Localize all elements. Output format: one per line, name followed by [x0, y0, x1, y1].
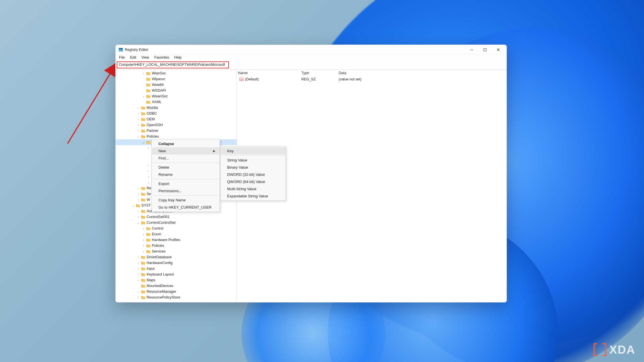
expand-chevron-icon[interactable]	[147, 164, 151, 167]
folder-icon	[146, 244, 151, 248]
tree-item[interactable]: Keyboard Layout	[116, 272, 237, 277]
expand-chevron-icon[interactable]	[141, 141, 145, 144]
sub-multi-string[interactable]: Multi-String Value	[221, 185, 285, 192]
expand-chevron-icon[interactable]	[136, 273, 140, 276]
expand-chevron-icon[interactable]	[136, 267, 140, 270]
title-bar[interactable]: Registry Editor	[116, 45, 507, 55]
sub-key[interactable]: Key	[221, 147, 285, 155]
string-value-icon: ab	[239, 77, 244, 82]
expand-chevron-icon[interactable]	[141, 95, 145, 98]
expand-chevron-icon[interactable]	[147, 147, 151, 150]
menu-favorites[interactable]: Favorites	[152, 55, 171, 61]
tree-item-label: Policies	[152, 244, 164, 248]
expand-chevron-icon[interactable]	[141, 244, 145, 247]
tree-item[interactable]: WwanSvc	[116, 93, 237, 99]
expand-chevron-icon[interactable]	[136, 192, 140, 196]
tree-item[interactable]: Wlpasvc	[116, 76, 237, 82]
expand-chevron-icon[interactable]	[141, 250, 145, 253]
expand-chevron-icon[interactable]	[136, 135, 140, 138]
tree-item[interactable]: XAML	[116, 99, 237, 105]
value-data: (value not set)	[338, 77, 507, 81]
sub-dword[interactable]: DWORD (32-bit) Value	[221, 171, 285, 178]
sub-expandable-string[interactable]: Expandable String Value	[221, 192, 285, 200]
menu-help[interactable]: Help	[172, 55, 184, 61]
tree-item[interactable]: Enum	[116, 231, 237, 237]
ctx-goto-hkcu[interactable]: Go to HKEY_CURRENT_USER	[152, 204, 219, 211]
tree-item[interactable]: DriverDatabase	[116, 254, 237, 260]
tree-item[interactable]: Partner	[116, 128, 237, 134]
expand-chevron-icon[interactable]	[136, 261, 140, 265]
tree-item-label: ODBC	[147, 111, 157, 115]
ctx-rename[interactable]: Rename	[152, 171, 219, 178]
expand-chevron-icon[interactable]	[141, 72, 145, 75]
address-bar[interactable]: Computer\HKEY_LOCAL_MACHINE\SOFTWARE\Pol…	[117, 61, 229, 68]
expand-chevron-icon[interactable]	[136, 290, 140, 293]
expand-chevron-icon[interactable]	[141, 238, 145, 242]
ctx-export[interactable]: Export	[152, 180, 219, 187]
expand-chevron-icon[interactable]	[136, 112, 140, 115]
ctx-delete[interactable]: Delete	[152, 164, 219, 171]
tree-item[interactable]: OpenSSH	[116, 122, 237, 128]
expand-chevron-icon[interactable]	[147, 175, 151, 178]
tree-item[interactable]: HardwareConfig	[116, 260, 237, 266]
tree-item-label: WSDAPI	[152, 88, 166, 93]
ctx-find[interactable]: Find...	[152, 155, 219, 162]
expand-chevron-icon[interactable]	[147, 170, 151, 173]
expand-chevron-icon[interactable]	[136, 210, 140, 213]
menu-view[interactable]: View	[139, 55, 152, 61]
sub-qword[interactable]: QWORD (64-bit) Value	[221, 178, 285, 185]
col-type[interactable]: Type	[300, 71, 338, 75]
tree-item[interactable]: Maps	[116, 277, 237, 283]
folder-icon	[141, 221, 145, 225]
expand-chevron-icon[interactable]	[131, 204, 135, 207]
maximize-button[interactable]	[478, 45, 492, 54]
tree-item[interactable]: Policies	[116, 243, 237, 249]
tree-item-label: Wow64	[152, 83, 164, 87]
tree-item[interactable]: ResourcePolicyStore	[116, 294, 237, 300]
expand-chevron-icon[interactable]	[136, 221, 140, 224]
expand-chevron-icon[interactable]	[136, 296, 140, 299]
col-name[interactable]: Name	[237, 71, 300, 75]
tree-item[interactable]: Policies	[116, 134, 237, 139]
tree-item[interactable]: CurrentControlSet	[116, 220, 237, 226]
tree-item[interactable]: OEM	[116, 116, 237, 122]
expand-chevron-icon[interactable]	[147, 181, 151, 184]
expand-chevron-icon[interactable]	[141, 227, 145, 230]
tree-item[interactable]: WSDAPI	[116, 88, 237, 93]
tree-item[interactable]: Hardware Profiles	[116, 237, 237, 243]
tree-item[interactable]: ODBC	[116, 111, 237, 116]
menu-file[interactable]: File	[117, 55, 127, 61]
expand-chevron-icon[interactable]	[136, 118, 140, 121]
sub-string[interactable]: String Value	[221, 157, 285, 164]
col-data[interactable]: Data	[338, 71, 507, 75]
tree-item[interactable]: Input	[116, 266, 237, 272]
column-headers[interactable]: Name Type Data	[237, 70, 507, 76]
ctx-permissions[interactable]: Permissions...	[152, 187, 219, 195]
folder-icon	[141, 117, 145, 121]
expand-chevron-icon[interactable]	[141, 233, 145, 236]
expand-chevron-icon[interactable]	[136, 256, 140, 259]
expand-chevron-icon[interactable]	[136, 124, 140, 127]
ctx-new[interactable]: New▶	[152, 147, 219, 155]
ctx-copy-key-name[interactable]: Copy Key Name	[152, 197, 219, 204]
close-button[interactable]	[492, 45, 505, 54]
expand-chevron-icon[interactable]	[136, 279, 140, 282]
expand-chevron-icon[interactable]	[136, 129, 140, 132]
tree-item[interactable]: WlanSvc	[116, 70, 237, 76]
sub-binary[interactable]: Binary Value	[221, 164, 285, 171]
tree-item[interactable]: Wow64	[116, 82, 237, 88]
tree-item[interactable]: Services	[116, 249, 237, 254]
expand-chevron-icon[interactable]	[136, 106, 140, 109]
menu-edit[interactable]: Edit	[128, 55, 139, 61]
tree-item[interactable]: ControlSet001	[116, 214, 237, 220]
value-row[interactable]: ab (Default) REG_SZ (value not set)	[237, 76, 507, 82]
ctx-collapse[interactable]: Collapse	[152, 140, 219, 147]
minimize-button[interactable]	[465, 45, 478, 54]
expand-chevron-icon[interactable]	[136, 187, 140, 190]
expand-chevron-icon[interactable]	[136, 198, 140, 201]
expand-chevron-icon[interactable]	[136, 215, 140, 219]
tree-item[interactable]: Mozilla	[116, 105, 237, 111]
tree-item[interactable]: Control	[116, 226, 237, 231]
tree-item[interactable]: ResourceManager	[116, 289, 237, 294]
tree-item[interactable]: MountedDevices	[116, 283, 237, 289]
